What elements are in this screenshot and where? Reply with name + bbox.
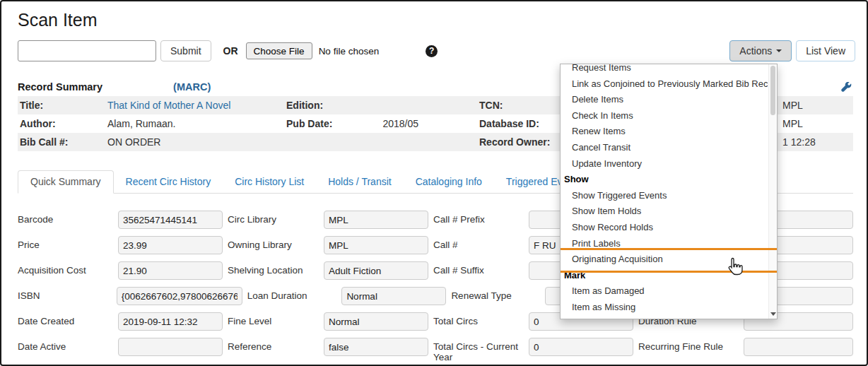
menu-item-print-labels[interactable]: Print Labels: [561, 236, 768, 252]
list-view-button[interactable]: List View: [796, 40, 855, 61]
menu-item-show-record-holds[interactable]: Show Record Holds: [561, 220, 768, 236]
scan-input[interactable]: [18, 40, 156, 61]
menu-item-check-in-items[interactable]: Check In Items: [561, 108, 768, 124]
record-label: Bib Call #:: [18, 136, 107, 148]
field-label: Call # Prefix: [433, 211, 529, 225]
field-label: Price: [18, 236, 118, 250]
field-label: Call #: [433, 236, 529, 250]
field-label: Call # Suffix: [433, 261, 529, 276]
tab-cataloging-info[interactable]: Cataloging Info: [404, 171, 494, 193]
page-title: Scan Item: [18, 10, 98, 30]
total-circs-current-year-field[interactable]: [529, 338, 633, 356]
field-label: Date Active: [18, 338, 118, 352]
or-label: OR: [223, 45, 238, 57]
field-label: Reference: [228, 338, 324, 352]
bib-title-link[interactable]: That Kind of Mother A Novel: [107, 100, 230, 111]
field-label: Owning Library: [228, 236, 324, 250]
menu-item-item-as-damaged[interactable]: Item as Damaged: [561, 283, 768, 300]
menu-item-cancel-transit[interactable]: Cancel Transit: [561, 140, 768, 156]
file-status-text: No file chosen: [319, 46, 380, 57]
record-label: Edition:: [286, 100, 353, 111]
menu-header-mark: Mark: [561, 268, 768, 284]
record-label: Database ID:: [479, 118, 571, 129]
record-label: Pub Date:: [286, 118, 353, 129]
menu-item-renew-items[interactable]: Renew Items: [561, 124, 768, 140]
record-value: ON ORDER: [107, 136, 286, 148]
choose-file-button[interactable]: Choose File: [246, 42, 312, 59]
actions-button[interactable]: Actions: [729, 40, 792, 61]
record-value: 2018/05: [353, 118, 418, 129]
field-label: ISBN: [18, 287, 117, 301]
field-label: Total Circs: [433, 312, 529, 326]
record-value: 1 12:28: [782, 136, 853, 148]
field-label: Barcode: [18, 211, 118, 225]
record-summary-title: Record Summary: [18, 81, 102, 93]
form-row: Date Active Reference Total Circs - Curr…: [18, 338, 853, 362]
marc-link[interactable]: (MARC): [173, 81, 211, 93]
record-label: TCN:: [479, 100, 571, 111]
menu-item-show-triggered-events[interactable]: Show Triggered Events: [561, 188, 768, 204]
actions-dropdown-menu: Request Items Link as Conjoined to Previ…: [560, 64, 778, 319]
record-label: Author:: [18, 118, 107, 129]
tab-holds-transit[interactable]: Holds / Transit: [316, 171, 403, 193]
scrollbar-thumb[interactable]: [770, 66, 775, 115]
reference-field[interactable]: [324, 338, 428, 356]
barcode-field[interactable]: [118, 211, 223, 229]
tab-quick-summary[interactable]: Quick Summary: [18, 170, 114, 194]
field-label: Circ Library: [228, 211, 324, 225]
record-value: Alam, Rumaan.: [107, 118, 286, 129]
menu-scrollbar[interactable]: [768, 64, 777, 319]
recurring-fine-rule-field[interactable]: [744, 338, 853, 356]
acquisition-cost-field[interactable]: [118, 261, 223, 280]
actions-menu-list: Request Items Link as Conjoined to Previ…: [561, 64, 777, 316]
date-active-field[interactable]: [118, 338, 223, 356]
field-label: Loan Duration: [247, 287, 342, 301]
settings-wrench-icon[interactable]: [841, 82, 852, 93]
record-value: MPL: [782, 118, 853, 129]
loan-duration-field[interactable]: [341, 287, 446, 305]
menu-item-update-inventory[interactable]: Update Inventory: [561, 156, 768, 172]
field-label: Fine Level: [228, 312, 324, 326]
tab-circ-history-list[interactable]: Circ History List: [223, 171, 316, 193]
field-label: Recurring Fine Rule: [638, 338, 729, 352]
record-label: Title:: [18, 100, 107, 111]
record-title-value: That Kind of Mother A Novel: [107, 100, 286, 111]
shelving-location-field[interactable]: [324, 261, 428, 280]
submit-button[interactable]: Submit: [160, 40, 211, 61]
scroll-down-arrow-icon[interactable]: [770, 312, 776, 316]
fine-level-field[interactable]: [324, 312, 428, 331]
field-label: Renewal Type: [451, 287, 545, 301]
menu-item-delete-items[interactable]: Delete Items: [561, 92, 768, 108]
record-label: Record Owner:: [479, 136, 571, 148]
record-value: MPL: [782, 100, 853, 111]
scan-item-page: Scan Item Submit OR Choose File No file …: [0, 0, 868, 366]
owning-library-field[interactable]: [324, 236, 428, 254]
menu-item-show-item-holds[interactable]: Show Item Holds: [561, 203, 768, 220]
field-label: Acquisition Cost: [18, 261, 118, 276]
chevron-down-icon: [776, 49, 782, 52]
menu-item-originating-acquisition[interactable]: Originating Acquisition: [561, 252, 768, 268]
menu-header-show: Show: [561, 172, 768, 188]
help-icon[interactable]: ?: [426, 45, 438, 57]
field-label: Total Circs - Current Year: [433, 338, 529, 362]
action-toolbar: Actions List View: [729, 40, 855, 61]
menu-item-item-as-missing[interactable]: Item as Missing: [561, 300, 768, 316]
price-field[interactable]: [118, 236, 223, 254]
actions-button-label: Actions: [739, 45, 772, 57]
tab-recent-circ-history[interactable]: Recent Circ History: [114, 171, 223, 193]
scan-toolbar: Submit OR Choose File No file chosen ?: [18, 40, 438, 61]
circ-library-field[interactable]: [324, 211, 428, 229]
isbn-field[interactable]: [117, 287, 242, 305]
menu-item-link-conjoined[interactable]: Link as Conjoined to Previously Marked B…: [561, 76, 768, 93]
menu-item-request-items[interactable]: Request Items: [561, 64, 768, 76]
field-label: Shelving Location: [228, 261, 324, 276]
date-created-field[interactable]: [118, 312, 223, 331]
field-label: Date Created: [18, 312, 118, 326]
